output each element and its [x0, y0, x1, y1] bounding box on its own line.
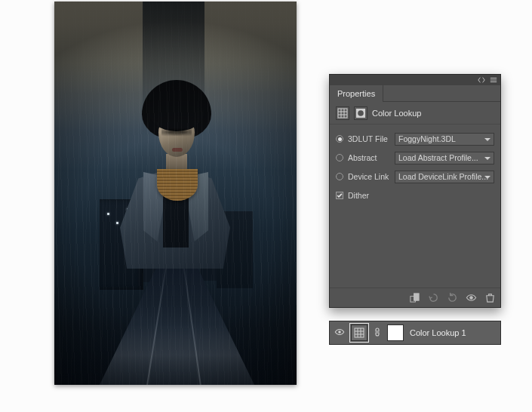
svg-rect-3: [414, 294, 420, 300]
svg-rect-0: [338, 109, 347, 118]
label-devicelink: Device Link: [348, 172, 395, 181]
row-abstract: Abstract Load Abstract Profile...: [336, 149, 494, 166]
visibility-eye-icon[interactable]: [334, 327, 345, 339]
adjustment-type-icon[interactable]: [336, 106, 349, 120]
layer-name[interactable]: Color Lookup 1: [410, 328, 466, 337]
label-dither: Dither: [348, 191, 369, 200]
view-previous-state-icon[interactable]: [428, 292, 439, 303]
panel-footer: [330, 287, 500, 307]
radio-abstract[interactable]: [336, 154, 343, 161]
layer-row[interactable]: Color Lookup 1: [329, 321, 501, 345]
tab-properties[interactable]: Properties: [330, 85, 383, 102]
layer-mask-thumb[interactable]: [387, 324, 404, 341]
svg-point-2: [358, 110, 364, 116]
panel-menu-icon[interactable]: [490, 76, 497, 84]
clip-to-layer-icon[interactable]: [409, 292, 420, 303]
row-dither: Dither: [336, 187, 494, 204]
layer-thumb-adjustment[interactable]: [351, 324, 367, 341]
chevron-down-icon: [484, 136, 491, 143]
svg-rect-7: [355, 328, 364, 337]
reset-icon[interactable]: [447, 292, 458, 303]
dropdown-3dlut[interactable]: FoggyNight.3DL: [395, 133, 494, 146]
row-devicelink: Device Link Load DeviceLink Profile...: [336, 168, 494, 185]
dropdown-abstract[interactable]: Load Abstract Profile...: [395, 152, 494, 164]
properties-panel: Properties Color Lookup 3DLUT File Foggy…: [329, 74, 501, 308]
row-3dlut: 3DLUT File FoggyNight.3DL: [336, 131, 494, 147]
canvas-artwork: [54, 2, 297, 385]
mask-icon[interactable]: [354, 106, 367, 120]
svg-point-6: [338, 331, 341, 334]
chevron-down-icon: [484, 174, 491, 181]
radio-devicelink[interactable]: [336, 173, 343, 180]
collapse-arrows-icon[interactable]: [478, 76, 485, 84]
delete-icon[interactable]: [484, 292, 496, 303]
properties-title: Color Lookup: [372, 109, 421, 118]
dropdown-devicelink[interactable]: Load DeviceLink Profile...: [395, 171, 494, 183]
link-mask-icon[interactable]: [374, 327, 381, 339]
label-abstract: Abstract: [348, 153, 395, 162]
radio-3dlut[interactable]: [336, 135, 343, 143]
label-3dlut: 3DLUT File: [348, 134, 395, 143]
toggle-visibility-icon[interactable]: [466, 292, 477, 303]
chevron-down-icon: [484, 155, 491, 162]
panel-titlebar: [330, 75, 500, 85]
properties-header: Color Lookup: [330, 102, 500, 125]
checkbox-dither[interactable]: [336, 192, 343, 199]
panel-tabs: Properties: [330, 85, 500, 102]
svg-point-5: [470, 297, 473, 300]
